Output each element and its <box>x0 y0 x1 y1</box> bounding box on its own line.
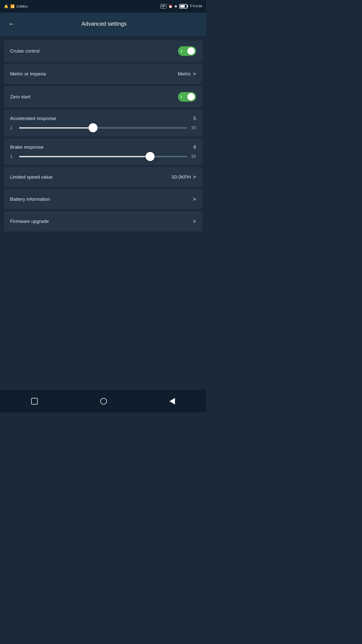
accelerated-response-track[interactable] <box>19 127 187 129</box>
toggle-i-label: I <box>181 49 182 53</box>
bluetooth-icon: ✱ <box>174 5 177 8</box>
nav-home-button[interactable] <box>96 394 111 409</box>
limited-speed-text: 50.0KPH <box>172 174 191 180</box>
toggle-i-label-2: I <box>181 95 182 99</box>
brake-response-label: Brake response <box>10 144 43 150</box>
time-display: 下午4:59 <box>189 4 202 9</box>
brake-response-max: 10 <box>191 154 196 159</box>
accelerated-response-slider-container[interactable]: 1 10 <box>10 125 196 130</box>
home-icon <box>100 398 107 405</box>
accelerated-response-fill <box>19 127 93 129</box>
zero-start-row[interactable]: Zero start I <box>4 86 202 108</box>
accelerated-response-header: Accelerated response 5 <box>10 116 196 121</box>
metric-imperial-row[interactable]: Metric or Imperia Metric > <box>4 64 202 84</box>
nfc-icon: NF <box>160 4 166 9</box>
battery-information-label: Battery information <box>10 196 50 202</box>
brake-response-value: 8 <box>193 144 196 150</box>
wifi-icon: 📶 <box>10 4 15 8</box>
brake-response-thumb[interactable] <box>146 152 155 161</box>
metric-chevron: > <box>193 71 196 77</box>
brake-response-header: Brake response 8 <box>10 144 196 150</box>
accelerated-response-max: 10 <box>191 125 196 130</box>
firmware-upgrade-label: Firmware upgrade <box>10 219 49 224</box>
accelerated-response-row: Accelerated response 5 1 10 <box>4 110 202 136</box>
status-bar: 🔔 📶 0.00K/s NF ⏰ ✱ 下午4:59 <box>0 0 206 13</box>
notification-icon: 🔔 <box>4 4 8 8</box>
accelerated-response-thumb[interactable] <box>88 123 98 132</box>
brake-response-row: Brake response 8 1 10 <box>4 138 202 165</box>
battery-indicator <box>179 4 187 9</box>
content-area: Cruise control I Metric or Imperia Metri… <box>0 35 206 390</box>
battery-information-row[interactable]: Battery information > <box>4 189 202 209</box>
recents-icon <box>31 398 38 405</box>
zero-start-toggle[interactable]: I <box>178 92 196 102</box>
navigation-bar <box>0 390 206 413</box>
alarm-icon: ⏰ <box>168 5 172 8</box>
limited-speed-chevron: > <box>193 174 196 180</box>
back-button[interactable]: ← <box>6 18 17 30</box>
limited-speed-label: Limited speed value <box>10 174 53 180</box>
zero-start-label: Zero start <box>10 94 30 100</box>
back-icon <box>169 398 175 405</box>
accelerated-response-min: 1 <box>10 125 15 130</box>
cruise-control-toggle[interactable]: I <box>178 46 196 56</box>
metric-imperial-label: Metric or Imperia <box>10 71 46 77</box>
battery-information-chevron: > <box>193 196 196 203</box>
page-title: Advanced settings <box>21 21 187 27</box>
brake-response-slider-container[interactable]: 1 10 <box>10 154 196 159</box>
limited-speed-value: 50.0KPH > <box>172 174 196 180</box>
network-speed: 0.00K/s <box>17 5 28 8</box>
limited-speed-row[interactable]: Limited speed value 50.0KPH > <box>4 167 202 187</box>
brake-response-fill <box>19 156 150 157</box>
status-left: 🔔 📶 0.00K/s <box>4 4 28 8</box>
nav-recents-button[interactable] <box>27 394 42 409</box>
firmware-upgrade-row[interactable]: Firmware upgrade > <box>4 211 202 231</box>
accelerated-response-value: 5 <box>193 116 196 121</box>
brake-response-min: 1 <box>10 154 15 159</box>
nav-back-button[interactable] <box>165 394 179 409</box>
metric-imperial-value: Metric > <box>178 71 196 77</box>
status-right: NF ⏰ ✱ 下午4:59 <box>160 4 202 9</box>
cruise-control-label: Cruise control <box>10 48 39 54</box>
app-bar: ← Advanced settings <box>0 13 206 35</box>
cruise-control-row[interactable]: Cruise control I <box>4 40 202 62</box>
metric-value-text: Metric <box>178 71 191 77</box>
accelerated-response-label: Accelerated response <box>10 116 56 121</box>
brake-response-track[interactable] <box>19 156 187 157</box>
firmware-upgrade-chevron: > <box>193 218 196 225</box>
